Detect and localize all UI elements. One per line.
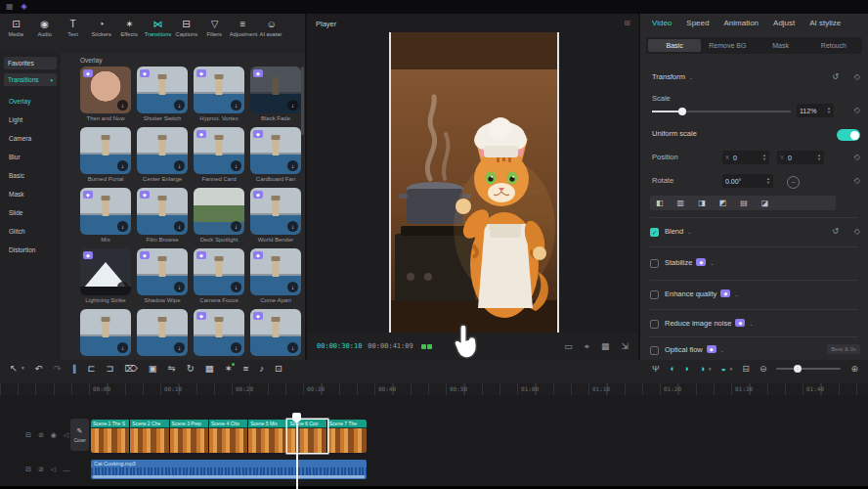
align-right-icon[interactable]: ◨	[698, 200, 706, 207]
align-left-icon[interactable]: ◧	[656, 200, 664, 207]
mute-track-icon[interactable]: ◁	[64, 431, 68, 439]
workspace-icon[interactable]: ◈	[22, 3, 27, 11]
optical-flow-checkbox[interactable]	[650, 346, 659, 355]
transition-item-cardboard-fan[interactable]: ◆↓Cardboard Fan	[250, 127, 301, 183]
video-clip-3[interactable]: Scene 3 Prep	[170, 420, 209, 453]
ripple-toggle-icon[interactable]: ◒	[720, 364, 725, 374]
subtab-remove-bg[interactable]: Remove BG	[701, 39, 754, 52]
video-preview[interactable]	[389, 32, 559, 333]
mirror-icon[interactable]: ⇋	[168, 364, 176, 374]
transition-item-burned-portal[interactable]: ↓Burned Portal	[80, 127, 131, 183]
video-clip-2[interactable]: Scene 2 Che	[130, 420, 169, 453]
transition-item-lightning-strike[interactable]: ◆↓Lightning Strike	[80, 248, 131, 304]
mute-track-icon[interactable]: ◁	[51, 466, 56, 473]
hide-track-icon[interactable]: ◉	[51, 431, 57, 439]
download-icon[interactable]: ↓	[231, 282, 241, 292]
uniform-scale-toggle[interactable]	[837, 129, 860, 141]
grid-scrollbar[interactable]	[301, 67, 304, 135]
ribbon-text[interactable]: TText	[59, 17, 87, 40]
download-icon[interactable]: ↓	[174, 282, 185, 292]
download-icon[interactable]: ↓	[174, 221, 185, 232]
preview-quality-icon[interactable]	[421, 344, 432, 349]
keyframe-icon[interactable]: ◇	[854, 227, 860, 236]
enhance-quality-checkbox[interactable]	[650, 290, 659, 299]
download-icon[interactable]: ↓	[287, 160, 298, 171]
ribbon-filters[interactable]: ▽Filters	[200, 17, 229, 40]
smart-tools-icon[interactable]: ✶	[225, 364, 233, 374]
voiceover-mic-icon[interactable]: Ψ	[652, 364, 660, 374]
tab-speed[interactable]: Speed	[686, 19, 709, 27]
download-icon[interactable]: ↓	[231, 160, 241, 171]
redo-icon[interactable]: ↷	[54, 364, 62, 374]
track-view-icon[interactable]: ⊡	[275, 364, 282, 374]
reset-icon[interactable]: ↺	[832, 72, 839, 81]
app-menu-icon[interactable]: ▦	[6, 3, 14, 11]
rotate-value-box[interactable]: 0.00° ▲▼	[722, 174, 773, 188]
track-display-icon[interactable]: ⊟	[742, 364, 750, 374]
subtab-basic[interactable]: Basic	[648, 39, 701, 52]
download-icon[interactable]: ↓	[287, 342, 298, 353]
download-icon[interactable]: ↓	[287, 100, 298, 111]
tab-animation[interactable]: Animation	[723, 19, 759, 27]
scale-slider[interactable]	[652, 111, 791, 112]
stepper-icon[interactable]: ▲▼	[762, 154, 766, 161]
video-clip-4[interactable]: Scene 4 Cho	[209, 420, 248, 453]
rotate-dial-icon[interactable]: −	[787, 176, 800, 189]
select-tool-caret-icon[interactable]: ▾	[22, 366, 24, 372]
blend-checkbox[interactable]: ✓	[650, 228, 659, 237]
download-icon[interactable]: ↓	[174, 160, 185, 171]
sidebar-item-basic[interactable]: Basic	[0, 166, 61, 185]
video-clip-1[interactable]: Scene 1 The S	[91, 420, 130, 453]
rotate-icon[interactable]: ↻	[187, 364, 195, 374]
ribbon-transitions[interactable]: ⋈Transitions	[144, 17, 172, 40]
transition-item-hypnot-vortex[interactable]: ◆↓Hypnot. Vortex	[194, 67, 244, 122]
transition-item-film-browse[interactable]: ◆↓Film Browse	[137, 188, 188, 244]
freeze-frame-icon[interactable]: ▣	[149, 364, 157, 374]
preview-axis-toggle-icon[interactable]: ◑	[699, 364, 704, 374]
position-y-box[interactable]: Y 0 ▲▼	[777, 151, 824, 164]
extract-audio-icon[interactable]: ♪	[259, 364, 264, 374]
keyframe-icon[interactable]: ◇	[854, 153, 860, 161]
video-clip-6[interactable]: Scene 6 Coo	[287, 420, 326, 453]
download-icon[interactable]: ↓	[231, 342, 241, 353]
cover-button[interactable]: ✎ Cover	[70, 419, 89, 451]
lock-track-icon[interactable]: ⊘	[38, 466, 44, 473]
timeline-zoom-slider[interactable]	[776, 368, 841, 370]
ribbon-captions[interactable]: ⊟Captions	[172, 17, 200, 40]
tab-video[interactable]: Video	[652, 19, 672, 27]
split-icon[interactable]: ∥	[72, 364, 77, 374]
chevron-down-icon[interactable]: ▾	[730, 366, 733, 372]
select-tool-icon[interactable]: ↖	[10, 364, 18, 374]
zoom-in-icon[interactable]: ⊕	[850, 364, 858, 374]
motion-focus-icon[interactable]: ⌖	[585, 341, 589, 352]
crop-icon[interactable]: ▦	[205, 364, 214, 374]
download-icon[interactable]: ↓	[117, 342, 128, 353]
stepper-icon[interactable]: ▲▼	[766, 177, 770, 185]
fullscreen-icon[interactable]: ⇲	[621, 341, 629, 352]
download-icon[interactable]: ↓	[231, 221, 241, 232]
sidebar-item-glitch[interactable]: Glitch	[0, 222, 61, 241]
sidebar-item-slide[interactable]: Slide	[0, 203, 61, 222]
track-size-icon[interactable]: ⊟	[25, 431, 31, 439]
transition-item-shadow-wipe[interactable]: ◆↓Shadow Wipe	[137, 248, 188, 304]
timeline-ruler[interactable]: 00:0000:1000:2000:3000:4000:5001:0001:10…	[0, 383, 868, 395]
snap-toggle-icon[interactable]: ◖	[670, 364, 674, 374]
transition-item-item[interactable]: ↓	[80, 309, 131, 360]
chevron-down-icon[interactable]: ⌄	[734, 291, 738, 297]
transition-item-item[interactable]: ↓	[137, 309, 188, 360]
link-toggle-icon[interactable]: ◗	[684, 364, 689, 374]
download-icon[interactable]: ↓	[174, 100, 185, 111]
download-icon[interactable]: ↓	[117, 221, 128, 232]
ribbon-audio[interactable]: ◉Audio	[30, 17, 59, 40]
transition-item-camera-focus[interactable]: ◆↓Camera Focus	[194, 248, 244, 304]
download-icon[interactable]: ↓	[174, 342, 185, 353]
video-clip-5[interactable]: Scene 5 Mix	[248, 420, 287, 453]
trim-left-icon[interactable]: ⊏	[87, 364, 95, 374]
transition-item-center-enlarge[interactable]: ↓Center Enlarge	[137, 127, 188, 183]
undo-icon[interactable]: ↶	[35, 364, 43, 374]
position-x-box[interactable]: X 0 ▲▼	[722, 151, 769, 164]
transition-item-item[interactable]: ◆↓	[250, 309, 301, 360]
transition-item-deck-spotlight[interactable]: ↓Deck Spotlight	[194, 188, 244, 244]
chevron-down-icon[interactable]: ⌄	[720, 347, 724, 353]
align-center-vertical-icon[interactable]: ▤	[740, 200, 748, 207]
